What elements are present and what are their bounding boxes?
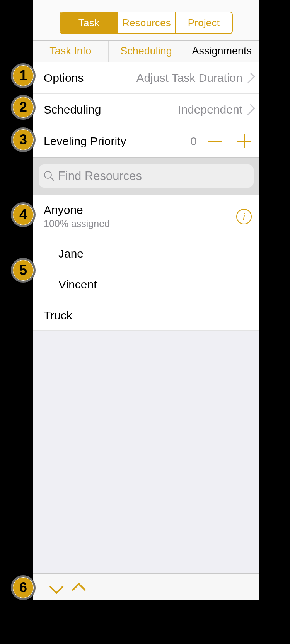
segmented-control: Task Resources Project xyxy=(60,12,233,34)
resource-item-vincent[interactable]: Vincent xyxy=(33,269,259,300)
chevron-right-icon xyxy=(244,104,255,115)
row-options[interactable]: Options Adjust Task Duration xyxy=(33,62,259,94)
row-leveling-priority: Leveling Priority 0 xyxy=(33,125,259,157)
resource-name: Anyone xyxy=(44,203,110,217)
resource-name: Vincent xyxy=(58,278,97,291)
row-options-label: Options xyxy=(44,71,84,85)
callout-badge: 6 xyxy=(11,575,36,600)
leveling-stepper xyxy=(206,133,252,150)
subtab-task-info[interactable]: Task Info xyxy=(33,41,109,62)
header: Task Resources Project xyxy=(33,0,259,41)
resource-group-anyone[interactable]: Anyone 100% assigned i xyxy=(33,195,259,238)
search-section: Find Resources xyxy=(33,158,259,195)
resource-item-truck[interactable]: Truck xyxy=(33,300,259,331)
minus-icon xyxy=(208,141,222,142)
callout-badge: 2 xyxy=(11,95,36,120)
bottom-toolbar xyxy=(33,573,259,600)
segment-resources[interactable]: Resources xyxy=(118,12,175,33)
resource-name: Jane xyxy=(58,247,84,260)
callout-badge: 3 xyxy=(11,127,36,152)
segment-project[interactable]: Project xyxy=(175,12,232,33)
settings-section: Options Adjust Task Duration Scheduling … xyxy=(33,62,259,158)
search-icon xyxy=(44,171,54,181)
row-scheduling-label: Scheduling xyxy=(44,103,101,116)
callout-badge: 5 xyxy=(11,258,36,283)
resource-subtitle: 100% assigned xyxy=(44,218,110,229)
segment-task[interactable]: Task xyxy=(60,12,118,33)
subtab-scheduling[interactable]: Scheduling xyxy=(109,41,184,62)
empty-area xyxy=(33,331,259,573)
info-icon[interactable]: i xyxy=(236,209,252,224)
resource-name: Truck xyxy=(44,309,72,322)
stepper-plus-button[interactable] xyxy=(235,133,252,150)
subtab-bar: Task Info Scheduling Assignments xyxy=(33,41,259,62)
resource-item-jane[interactable]: Jane xyxy=(33,238,259,269)
inspector-panel: Task Resources Project Task Info Schedul… xyxy=(33,0,259,600)
row-scheduling-value: Independent xyxy=(101,103,242,116)
chevron-right-icon xyxy=(244,72,255,84)
plus-icon xyxy=(244,134,245,148)
chevron-up-icon[interactable] xyxy=(72,581,85,593)
search-placeholder: Find Resources xyxy=(58,169,142,183)
row-scheduling[interactable]: Scheduling Independent xyxy=(33,94,259,125)
row-leveling-value: 0 xyxy=(126,135,197,148)
subtab-assignments[interactable]: Assignments xyxy=(184,41,259,62)
resource-list: Anyone 100% assigned i Jane Vincent Truc… xyxy=(33,195,259,331)
stepper-minus-button[interactable] xyxy=(206,133,223,150)
callout-badge: 4 xyxy=(11,202,36,227)
search-input[interactable]: Find Resources xyxy=(39,164,254,188)
row-leveling-label: Leveling Priority xyxy=(44,135,126,148)
chevron-down-icon[interactable] xyxy=(50,581,62,593)
callout-badge: 1 xyxy=(11,63,36,88)
row-options-value: Adjust Task Duration xyxy=(84,71,242,85)
